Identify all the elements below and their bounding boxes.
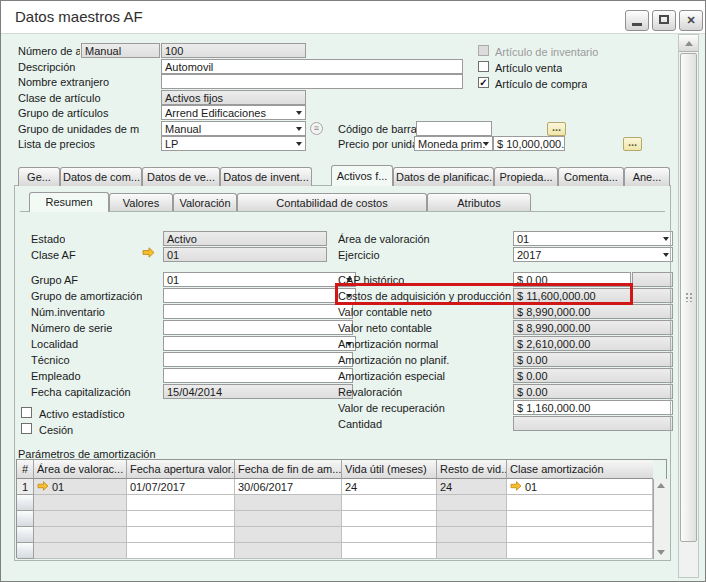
uom-group-select[interactable]: Manual bbox=[161, 121, 306, 136]
tab-anexos[interactable]: Ane... bbox=[624, 167, 670, 186]
tab-datos-compra[interactable]: Datos de com... bbox=[60, 167, 142, 186]
tab-datos-venta[interactable]: Datos de ve... bbox=[142, 167, 220, 186]
scroll-up-icon bbox=[685, 41, 693, 46]
minimize-icon bbox=[632, 23, 642, 26]
subtab-resumen[interactable]: Resumen bbox=[29, 192, 109, 212]
unit-price-currency-select[interactable]: Moneda prim: bbox=[414, 136, 493, 151]
foreign-name-label: Nombre extranjero bbox=[18, 76, 109, 89]
item-number-field: 100 bbox=[161, 43, 306, 58]
subtab-valores[interactable]: Valores bbox=[109, 193, 173, 212]
scroll-up-button[interactable] bbox=[679, 35, 698, 52]
description-field[interactable]: Automovil bbox=[161, 59, 463, 74]
barcode-field[interactable] bbox=[416, 121, 492, 136]
clase-af-link-arrow-icon[interactable] bbox=[142, 247, 155, 260]
activos-fijos-panel bbox=[14, 185, 671, 561]
item-group-label: Grupo de artículos bbox=[18, 107, 109, 120]
subtab-atributos[interactable]: Atributos bbox=[427, 193, 531, 212]
subtab-contabilidad-costos[interactable]: Contabilidad de costos bbox=[237, 193, 427, 212]
minimize-button[interactable] bbox=[625, 10, 649, 31]
menu-circle-icon[interactable]: ≡ bbox=[310, 122, 323, 135]
barcode-label: Código de barras bbox=[338, 123, 422, 136]
close-icon: ✕ bbox=[686, 14, 695, 26]
item-class-field: Activos fijos bbox=[161, 90, 306, 105]
title-bar: Datos maestros AF ✕ bbox=[1, 1, 705, 34]
tab-propiedades[interactable]: Propieda... bbox=[494, 167, 558, 186]
price-list-label: Lista de precios bbox=[18, 138, 95, 151]
price-list-select[interactable]: LP bbox=[161, 136, 306, 151]
subtab-valoracion[interactable]: Valoración bbox=[173, 193, 237, 212]
item-number-label: Número de art bbox=[18, 45, 80, 58]
unit-price-label: Precio por unidad bbox=[338, 138, 424, 151]
tab-datos-planificacion[interactable]: Datos de planificac... bbox=[393, 167, 494, 186]
tab-activos-fijos[interactable]: Activos f... bbox=[331, 165, 393, 186]
maximize-icon bbox=[659, 15, 669, 24]
unit-price-field[interactable]: $ 10,000,000.00 bbox=[493, 136, 565, 151]
foreign-name-field[interactable] bbox=[161, 74, 463, 89]
sales-item-label: Artículo venta bbox=[495, 62, 562, 75]
uom-group-label: Grupo de unidades de m bbox=[18, 123, 159, 136]
item-group-select[interactable]: Arrend Edificaciones bbox=[161, 105, 306, 120]
window-scrollbar[interactable] bbox=[678, 34, 699, 578]
purchase-item-checkbox[interactable]: ✓ bbox=[478, 77, 489, 88]
tab-general[interactable]: Ge... bbox=[18, 167, 60, 186]
maximize-button[interactable] bbox=[652, 10, 676, 31]
asset-master-window: Datos maestros AF ✕ Número de art Manual… bbox=[0, 0, 706, 582]
scrollbar-grip-icon bbox=[685, 292, 693, 302]
subtab-baseline bbox=[20, 211, 665, 212]
window-title: Datos maestros AF bbox=[15, 8, 143, 25]
tab-comentarios[interactable]: Comenta... bbox=[558, 167, 624, 186]
close-button[interactable]: ✕ bbox=[679, 10, 703, 31]
description-label: Descripción bbox=[18, 61, 75, 74]
unit-price-browse-button[interactable]: ... bbox=[623, 137, 642, 151]
tab-datos-inventario[interactable]: Datos de invent... bbox=[220, 167, 312, 186]
item-class-label: Clase de artículo bbox=[18, 92, 101, 105]
sales-item-checkbox[interactable] bbox=[478, 61, 489, 72]
item-number-mode-field: Manual bbox=[81, 43, 160, 58]
scrollbar-thumb[interactable] bbox=[680, 53, 697, 542]
inventory-item-checkbox bbox=[478, 45, 489, 56]
inventory-item-label: Artículo de inventario bbox=[495, 46, 598, 59]
purchase-item-label: Artículo de compra bbox=[495, 78, 587, 91]
barcode-browse-button[interactable]: ... bbox=[547, 122, 566, 136]
